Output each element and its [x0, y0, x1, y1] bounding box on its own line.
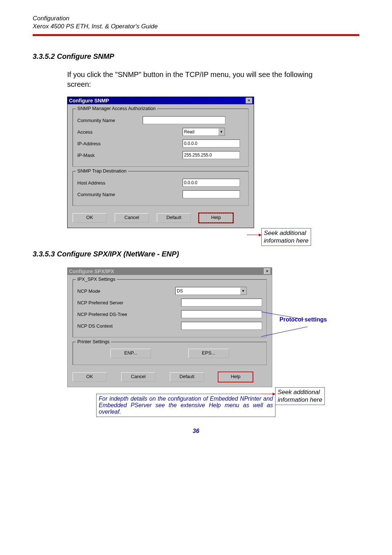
callout-help-2: Seek additional information here — [275, 387, 325, 405]
footnote-box: For indepth details on the configuration… — [96, 394, 275, 417]
ip-address-field[interactable] — [183, 139, 240, 147]
groupbox-printer-settings: Printer Settings ENP... EPS... — [73, 342, 267, 365]
titlebar-inactive: Configure SPX/IPX × — [68, 268, 272, 275]
label-ip: IP-Address — [77, 141, 143, 146]
ncp-pref-server-field[interactable] — [181, 299, 262, 307]
community-name-field-2[interactable] — [183, 190, 240, 198]
ncp-mode-value: DS — [176, 288, 240, 293]
default-button[interactable]: Default — [170, 372, 204, 382]
label-community2: Community Name — [77, 192, 143, 197]
label-ncp-mode: NCP Mode — [77, 288, 175, 294]
callout-line1: Seek additional — [278, 389, 320, 396]
header-divider — [33, 34, 359, 36]
help-button[interactable]: Help — [199, 213, 233, 223]
access-dropdown[interactable]: Read ▼ — [183, 128, 225, 136]
enp-button[interactable]: ENP... — [110, 349, 151, 358]
label-pref-server: NCP Preferred Server — [77, 300, 181, 305]
ncp-mode-dropdown[interactable]: DS ▼ — [175, 287, 247, 295]
callout-line2: information here — [264, 237, 309, 244]
host-address-field[interactable] — [183, 179, 240, 187]
close-icon[interactable]: × — [264, 268, 270, 274]
ok-button[interactable]: OK — [73, 213, 107, 223]
running-header-line1: Configuration — [33, 15, 359, 23]
groupbox-title: SNMP Trap Destination — [76, 168, 128, 174]
callout-line2: information here — [278, 396, 322, 403]
callout-line1: Seek additional — [264, 230, 306, 236]
groupbox-manager-access: SNMP Manager Access Authorization Commun… — [73, 109, 249, 167]
dialog-title: Configure SPX/IPX — [69, 268, 114, 274]
groupbox-ipx-settings: IPX_SPX Settings NCP Mode DS ▼ NCP Prefe… — [73, 279, 267, 337]
ncp-ds-context-field[interactable] — [181, 322, 262, 330]
label-pref-tree: NCP Preferred DS-Tree — [77, 312, 181, 317]
section-heading-spx: 3.3.5.3 Configure SPX/IPX (NetWare - ENP… — [33, 250, 359, 258]
label-access: Access — [77, 129, 183, 135]
community-name-field[interactable] — [143, 116, 225, 124]
footnote-text: For indepth details on the configuration… — [99, 396, 273, 415]
callout-help: Seek additional information here — [261, 228, 311, 246]
chevron-down-icon: ▼ — [240, 287, 246, 295]
default-button[interactable]: Default — [157, 213, 191, 223]
close-icon[interactable]: × — [246, 98, 252, 104]
callout-arrow — [261, 394, 275, 394]
page-number: 36 — [33, 428, 359, 434]
label-community: Community Name — [77, 118, 143, 123]
protocol-settings-label: Protocol settings — [279, 316, 327, 323]
label-mask: IP-Mask — [77, 153, 143, 158]
eps-button[interactable]: EPS... — [188, 349, 229, 358]
access-value: Read — [183, 129, 218, 134]
dialog-title: Configure SNMP — [69, 98, 109, 104]
chevron-down-icon: ▼ — [218, 128, 225, 135]
running-header-line2: Xerox 4500 PS ETH, Inst. & Operator's Gu… — [33, 23, 359, 31]
intro-text-snmp: If you click the "SNMP" button in the TC… — [67, 70, 316, 89]
cancel-button[interactable]: Cancel — [115, 213, 149, 223]
configure-spx-dialog: Configure SPX/IPX × IPX_SPX Settings NCP… — [67, 267, 272, 387]
help-button[interactable]: Help — [219, 372, 253, 382]
callout-arrow — [247, 235, 261, 235]
label-host: Host Address — [77, 180, 143, 186]
groupbox-title: IPX_SPX Settings — [76, 276, 117, 282]
cancel-button[interactable]: Cancel — [121, 372, 155, 382]
ok-button[interactable]: OK — [73, 372, 107, 382]
ip-mask-field[interactable] — [183, 151, 240, 159]
titlebar: Configure SNMP × — [68, 97, 254, 104]
configure-snmp-dialog: Configure SNMP × SNMP Manager Access Aut… — [67, 97, 254, 228]
label-ds-context: NCP DS Context — [77, 323, 181, 329]
ncp-pref-tree-field[interactable] — [181, 310, 262, 318]
groupbox-title: SNMP Manager Access Authorization — [76, 106, 157, 111]
groupbox-trap-dest: SNMP Trap Destination Host Address Commu… — [73, 171, 249, 206]
section-heading-snmp: 3.3.5.2 Configure SNMP — [33, 52, 359, 61]
groupbox-title: Printer Settings — [76, 339, 111, 344]
